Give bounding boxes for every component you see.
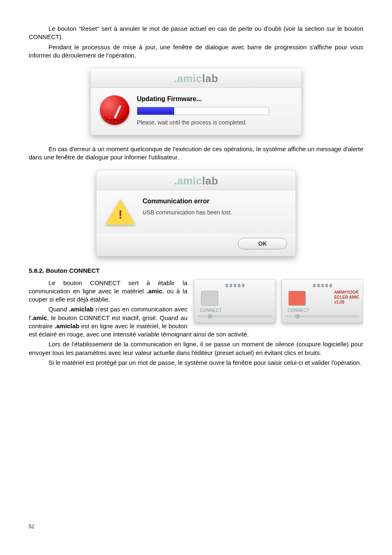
brand-logo: .amiclab	[174, 72, 218, 85]
device-version: v1.09	[334, 300, 360, 305]
dialog-header: .amiclab	[91, 68, 301, 88]
connect-paragraph-3: Lors de l'établissement de la communicat…	[29, 340, 363, 357]
card-slider[interactable]	[198, 315, 272, 318]
card-ornament	[285, 283, 360, 288]
section-heading-connect: 5.8.2. Bouton CONNECT	[29, 267, 363, 274]
text-span: .amiclab	[55, 322, 79, 329]
error-dialog-title: Communication error	[143, 198, 286, 205]
card-slider[interactable]	[285, 315, 360, 318]
brand-logo: .amiclab	[174, 175, 218, 187]
firmware-dialog-message: Please, wait until the process is comple…	[137, 119, 292, 126]
page-number: 52	[29, 524, 34, 530]
device-model: ECLER AMIC	[334, 295, 360, 300]
warning-icon	[106, 199, 135, 225]
device-info: AMNHYOOR ECLER AMIC v1.09	[334, 290, 360, 305]
error-dialog-message: USB communication has been lost.	[143, 209, 286, 216]
text-span: Quand	[48, 306, 69, 313]
connect-paragraph-4: Si le matériel est protégé par un mot de…	[29, 359, 363, 367]
connect-card-active: CONNECT AMNHYOOR ECLER AMIC v1.09	[281, 279, 363, 323]
connect-screenshots: CONNECT CONNECT AMNHYOOR ECLER AMIC v1.0…	[194, 279, 363, 323]
brand-lab: lab	[202, 72, 218, 85]
brand-amic: .amic	[174, 72, 202, 85]
connect-button-inactive[interactable]	[201, 291, 218, 306]
brand-amic: .amic	[174, 175, 202, 187]
card-ornament	[198, 283, 272, 288]
progress-fill	[137, 107, 174, 115]
firmware-dialog: .amiclab Updating Firmware... Please, wa…	[90, 68, 302, 135]
firmware-dialog-title: Updating Firmware...	[137, 95, 292, 103]
error-intro-paragraph: En cas d'erreur à un moment quelconque d…	[29, 145, 363, 162]
connect-label: CONNECT	[288, 308, 360, 313]
error-dialog: .amiclab Communication error USB communi…	[96, 170, 296, 256]
progress-bar	[137, 107, 269, 115]
text-span: .amic	[31, 314, 47, 321]
intro-paragraph-1: Le bouton "Reset" sert à annuler le mot …	[29, 25, 363, 41]
connect-button-active[interactable]	[288, 291, 306, 306]
intro-paragraph-2: Pendant le processus de mise à jour, une…	[29, 43, 363, 60]
dialog-header: .amiclab	[97, 170, 295, 190]
connect-card-inactive: CONNECT	[194, 279, 276, 323]
brand-lab: lab	[202, 175, 218, 187]
ok-button[interactable]: OK	[238, 238, 287, 249]
device-name: AMNHYOOR	[334, 290, 360, 295]
text-span: .amiclab	[69, 306, 94, 313]
connect-label: CONNECT	[200, 308, 272, 313]
text-span: .amic	[147, 288, 162, 295]
gauge-icon	[100, 95, 129, 125]
